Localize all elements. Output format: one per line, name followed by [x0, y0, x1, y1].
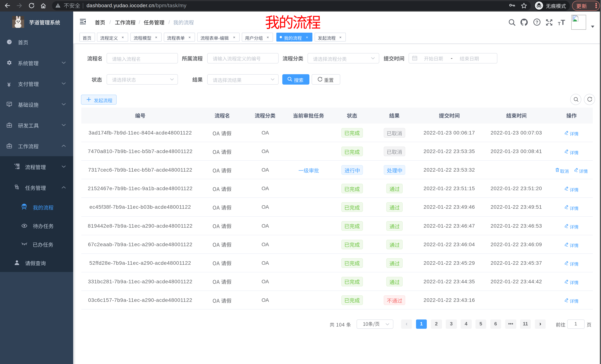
svg-text:?: ?: [535, 20, 538, 25]
